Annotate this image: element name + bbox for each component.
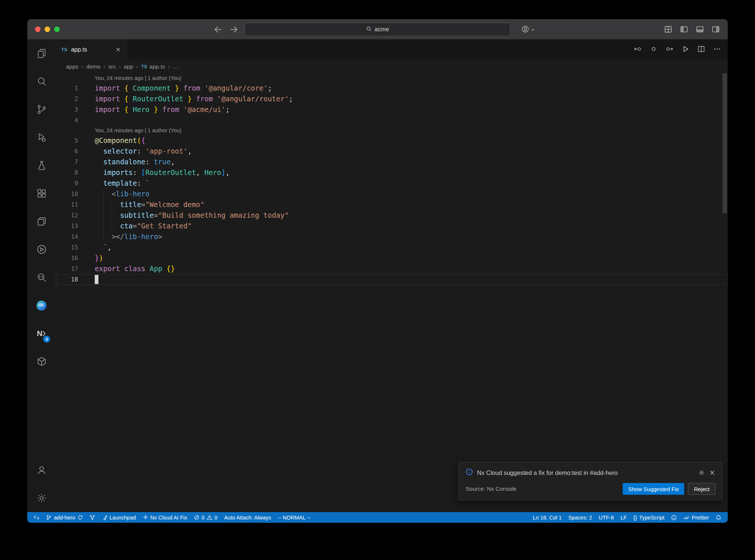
- testing-beaker-icon[interactable]: [27, 151, 56, 179]
- breadcrumb-symbol-ellipsis[interactable]: …: [173, 63, 179, 70]
- compare-circle-icon[interactable]: [650, 45, 658, 55]
- problems-item[interactable]: 0 0: [191, 512, 221, 523]
- prettier-item[interactable]: Prettier: [680, 515, 712, 521]
- split-editor-icon[interactable]: [697, 45, 705, 55]
- line-number[interactable]: 15: [56, 242, 78, 253]
- stacked-windows-icon[interactable]: [27, 207, 56, 235]
- line-number[interactable]: 2: [56, 94, 78, 104]
- prev-change-icon[interactable]: [634, 45, 642, 55]
- macos-close-button[interactable]: [35, 27, 41, 32]
- line-number[interactable]: 13: [56, 221, 78, 231]
- line-number[interactable]: 7: [56, 157, 78, 167]
- extensions-icon[interactable]: [27, 179, 56, 207]
- line-number[interactable]: 11: [56, 199, 78, 210]
- breadcrumb-item[interactable]: apps: [66, 63, 79, 70]
- code-line[interactable]: 16}): [56, 253, 728, 263]
- line-number[interactable]: 4: [56, 115, 78, 126]
- run-and-debug-icon[interactable]: [27, 123, 56, 151]
- command-center-search[interactable]: acme: [245, 23, 510, 36]
- code-line[interactable]: 5@Component({: [56, 135, 728, 146]
- scrollbar-thumb[interactable]: [723, 73, 727, 213]
- code-line[interactable]: 17export class App {}: [56, 263, 728, 274]
- code-line[interactable]: 1import { Component } from '@angular/cor…: [56, 83, 728, 94]
- code-line[interactable]: 11 title="Welcmoe demo": [56, 199, 728, 210]
- account-icon[interactable]: [27, 456, 56, 484]
- explorer-icon[interactable]: [27, 39, 56, 67]
- code-line[interactable]: 3import { Hero } from '@acme/ui';: [56, 104, 728, 115]
- remote-indicator[interactable]: [30, 512, 43, 523]
- feedback-smiley-icon[interactable]: [668, 515, 680, 521]
- source-control-icon[interactable]: [27, 95, 56, 123]
- code-line[interactable]: 7 standalone: true,: [56, 157, 728, 167]
- history-forward-icon[interactable]: [229, 25, 239, 34]
- edge-browser-icon[interactable]: [27, 291, 56, 319]
- macos-maximize-button[interactable]: [54, 27, 60, 32]
- tab-close-icon[interactable]: [115, 46, 121, 53]
- cursor-position-item[interactable]: Ln 18, Col 1: [529, 515, 565, 521]
- code-line[interactable]: 12 subtitle="Build something amazing tod…: [56, 210, 728, 221]
- settings-gear-icon[interactable]: [27, 484, 56, 512]
- line-number[interactable]: 8: [56, 167, 78, 178]
- code-line[interactable]: 10 <lib-hero: [56, 189, 728, 199]
- notification-close-icon[interactable]: [709, 469, 716, 476]
- play-circle-icon[interactable]: [27, 235, 56, 263]
- code-line[interactable]: 4: [56, 115, 728, 126]
- macos-minimize-button[interactable]: [45, 27, 50, 32]
- next-change-icon[interactable]: [665, 45, 674, 55]
- git-branch-item[interactable]: add-hero: [43, 512, 86, 523]
- history-back-icon[interactable]: [213, 25, 223, 34]
- search-icon[interactable]: [27, 67, 56, 95]
- line-number[interactable]: 6: [56, 146, 78, 157]
- notification-settings-icon[interactable]: [698, 469, 705, 476]
- reject-button[interactable]: Reject: [688, 483, 716, 495]
- code-line[interactable]: 8 imports: [RouterOutlet, Hero],: [56, 167, 728, 178]
- indentation-item[interactable]: Spaces: 2: [565, 515, 596, 521]
- package-cube-icon[interactable]: [27, 347, 56, 375]
- tab-app-ts[interactable]: TS app.ts: [56, 39, 127, 60]
- auto-attach-item[interactable]: Auto Attach: Always: [221, 512, 274, 523]
- line-number[interactable]: 14: [56, 231, 78, 242]
- toggle-primary-sidebar-icon[interactable]: [680, 25, 688, 35]
- toggle-panel-icon[interactable]: [696, 25, 704, 35]
- code-line[interactable]: 18: [56, 274, 728, 285]
- more-actions-icon[interactable]: [713, 45, 721, 55]
- code-line[interactable]: 6 selector: 'app-root',: [56, 146, 728, 157]
- commit-graph-item[interactable]: [86, 512, 98, 523]
- line-number[interactable]: 9: [56, 178, 78, 189]
- line-number[interactable]: 12: [56, 210, 78, 221]
- encoding-item[interactable]: UTF-8: [595, 515, 617, 521]
- line-number[interactable]: 10: [56, 189, 78, 199]
- line-number[interactable]: 16: [56, 253, 78, 263]
- editor[interactable]: You, 24 minutes ago | 1 author (You)1imp…: [56, 73, 728, 512]
- line-number[interactable]: 17: [56, 263, 78, 274]
- code-line[interactable]: 15 `,: [56, 242, 728, 253]
- breadcrumb-item[interactable]: app: [124, 63, 133, 70]
- account-avatar-icon: [521, 25, 529, 35]
- breadcrumb-file[interactable]: TS app.ts: [141, 63, 165, 70]
- line-number[interactable]: 18: [56, 274, 78, 285]
- code-line[interactable]: 13 cta="Get Started": [56, 221, 728, 231]
- nx-console-icon[interactable]: N 3: [27, 319, 56, 347]
- launchpad-item[interactable]: Launchpad: [98, 512, 139, 523]
- code-search-icon[interactable]: [27, 263, 56, 291]
- line-number[interactable]: 3: [56, 104, 78, 115]
- toggle-secondary-sidebar-icon[interactable]: [712, 25, 720, 35]
- language-mode-item[interactable]: {} TypeScript: [630, 515, 668, 521]
- codelens-annotation[interactable]: You, 24 minutes ago | 1 author (You): [95, 73, 728, 83]
- nx-cloud-ai-fix-item[interactable]: Nx Cloud AI Fix: [139, 512, 191, 523]
- code-line[interactable]: 9 template: `: [56, 178, 728, 189]
- eol-item[interactable]: LF: [617, 515, 630, 521]
- notifications-bell-icon[interactable]: [712, 515, 725, 521]
- show-suggested-fix-button[interactable]: Show Suggested Fix: [623, 483, 685, 495]
- line-number[interactable]: 5: [56, 135, 78, 146]
- run-file-icon[interactable]: [681, 45, 689, 55]
- vim-mode-item[interactable]: -- NORMAL --: [274, 512, 314, 523]
- code-line[interactable]: 14 ></lib-hero>: [56, 231, 728, 242]
- customize-layout-icon[interactable]: [664, 25, 672, 35]
- breadcrumb-item[interactable]: src: [108, 63, 116, 70]
- breadcrumb-item[interactable]: demo: [86, 63, 101, 70]
- profile-menu[interactable]: [521, 25, 535, 35]
- code-line[interactable]: 2import { RouterOutlet } from '@angular/…: [56, 94, 728, 104]
- codelens-annotation[interactable]: You, 24 minutes ago | 1 author (You): [95, 126, 728, 135]
- line-number[interactable]: 1: [56, 83, 78, 94]
